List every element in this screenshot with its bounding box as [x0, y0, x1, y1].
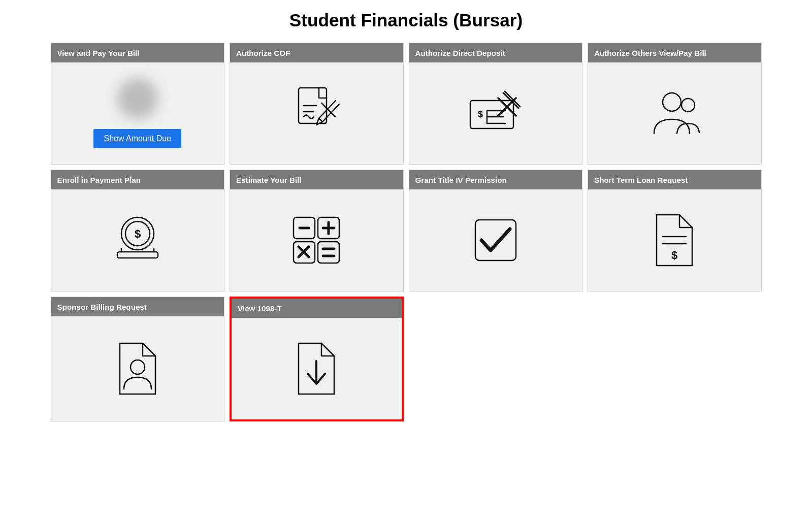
card-header-authorize-cof: Authorize COF [230, 43, 403, 62]
card-body-view-1098t [232, 318, 402, 419]
estimate-bill-icon [288, 212, 344, 268]
authorize-cof-icon [291, 85, 342, 141]
payment-plan-icon: $ [112, 212, 163, 268]
card-body-view-pay-bill: Show Amount Due [51, 62, 224, 164]
blurred-circle-icon [117, 78, 158, 119]
card-header-estimate-bill: Estimate Your Bill [230, 170, 403, 189]
svg-text:$: $ [671, 249, 677, 262]
card-authorize-others[interactable]: Authorize Others View/Pay Bill [588, 43, 762, 165]
svg-rect-32 [318, 242, 339, 263]
svg-point-17 [681, 99, 695, 112]
svg-text:$: $ [135, 227, 141, 240]
card-enroll-payment-plan[interactable]: Enroll in Payment Plan $ [51, 170, 225, 291]
card-header-authorize-direct-deposit: Authorize Direct Deposit [409, 43, 582, 62]
card-header-view-1098t: View 1098-T [232, 299, 402, 318]
svg-point-16 [663, 93, 681, 111]
card-body-authorize-direct-deposit: $ [409, 62, 582, 164]
card-header-sponsor-billing: Sponsor Billing Request [51, 297, 224, 316]
authorize-direct-deposit-icon: $ [468, 88, 524, 139]
card-body-authorize-cof [230, 62, 403, 164]
card-header-view-pay-bill: View and Pay Your Bill [51, 43, 224, 62]
show-amount-due-button[interactable]: Show Amount Due [93, 129, 181, 148]
card-view-pay-bill[interactable]: View and Pay Your Bill Show Amount Due [51, 43, 225, 165]
card-authorize-direct-deposit[interactable]: Authorize Direct Deposit $ [409, 43, 583, 165]
card-header-short-term-loan: Short Term Loan Request [588, 170, 761, 189]
sponsor-billing-icon [115, 341, 160, 397]
svg-text:$: $ [478, 109, 483, 119]
card-grant-title-iv[interactable]: Grant Title IV Permission [409, 170, 583, 291]
short-term-loan-icon: $ [652, 212, 697, 268]
card-view-1098t[interactable]: View 1098-T [230, 297, 404, 421]
card-body-estimate-bill [230, 189, 403, 291]
card-estimate-bill[interactable]: Estimate Your Bill [230, 170, 404, 291]
card-body-authorize-others [588, 62, 761, 164]
card-body-enroll-payment-plan: $ [51, 189, 224, 291]
card-body-sponsor-billing [51, 316, 224, 421]
card-sponsor-billing[interactable]: Sponsor Billing Request [51, 297, 225, 421]
grant-title-iv-icon [470, 215, 521, 266]
svg-point-39 [131, 360, 145, 374]
svg-line-13 [505, 91, 520, 107]
card-grid: View and Pay Your Bill Show Amount Due A… [51, 43, 762, 421]
card-body-short-term-loan: $ [588, 189, 761, 291]
card-authorize-cof[interactable]: Authorize COF [230, 43, 404, 165]
authorize-others-icon [646, 88, 702, 139]
card-header-enroll-payment-plan: Enroll in Payment Plan [51, 170, 224, 189]
card-header-authorize-others: Authorize Others View/Pay Bill [588, 43, 761, 62]
svg-rect-21 [117, 252, 158, 258]
card-body-grant-title-iv [409, 189, 582, 291]
card-short-term-loan[interactable]: Short Term Loan Request $ [588, 170, 762, 291]
svg-rect-6 [470, 101, 513, 128]
page-title: Student Financials (Bursar) [10, 10, 802, 30]
view-1098t-icon [294, 341, 339, 397]
card-header-grant-title-iv: Grant Title IV Permission [409, 170, 582, 189]
